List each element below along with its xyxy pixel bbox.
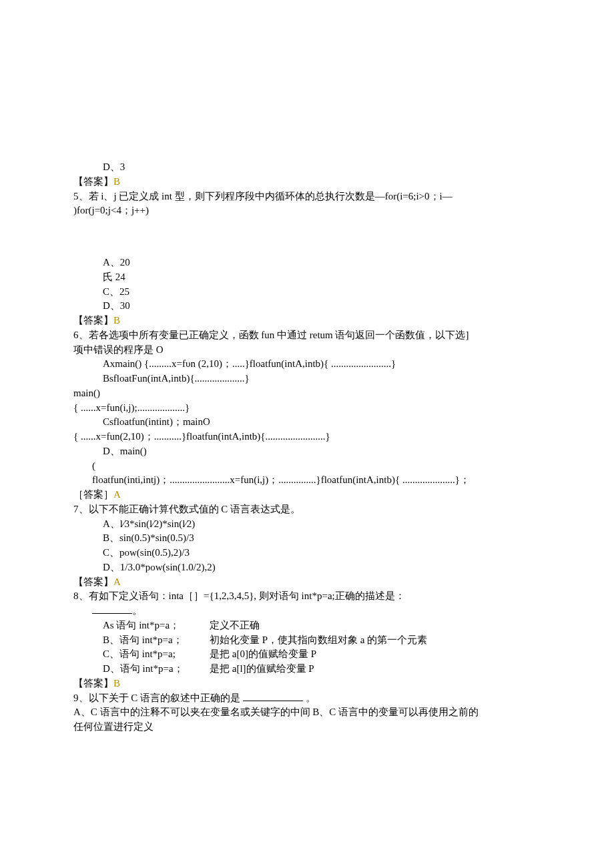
q6-stem-line1: 6、若各选项中所有变量已正确定义，函数 fun 中通过 retum 语句返回一个… (73, 328, 541, 343)
q8-stem-line1: 8、有如下定义语句：inta［］={1,2,3,4,5}, 则对语句 int*p… (73, 589, 541, 604)
q5-stem-line2: )for(j=0;j<4；j++) (73, 203, 541, 218)
q8-option-d: D、语句 int*p=a； 是把 a[l]的值赋给变量 P (73, 662, 541, 677)
q8-answer: 【答案】B (73, 677, 541, 691)
q6-option-c: Csfloatfun(intint)；mainO (73, 415, 541, 430)
q5-option-d: D、30 (73, 299, 541, 314)
q7-option-c: C、pow(sin(0.5),2)/3 (73, 546, 541, 560)
answer-letter: B (113, 176, 120, 187)
q5-option-c: C、25 (73, 285, 541, 300)
fill-blank (92, 604, 132, 614)
answer-letter: B (113, 678, 120, 689)
q8-stem-tail: 。 (132, 605, 142, 616)
q8-c-col2: 是把 a[0]的值赋给变量 P (210, 647, 316, 662)
q8-option-c: C、语句 int*p=a; 是把 a[0]的值赋给变量 P (73, 647, 541, 662)
q9-line2: A、C 语言中的注释不可以夹在变量名或关键字的中间 B、C 语言中的变量可以再使… (73, 705, 541, 720)
answer-label: 【答案】 (73, 678, 113, 689)
answer-label: 【答案】 (73, 176, 113, 187)
answer-label: ［答案］ (73, 489, 113, 500)
fill-blank (243, 691, 303, 701)
q7-option-a: A、l⁄3*sin(l⁄2)*sin(l⁄2) (73, 517, 541, 532)
document-page: D、3 【答案】B 5、若 i、j 已定义成 int 型，则下列程序段中内循环体… (0, 0, 614, 868)
q6-stem-line2: 项中错误的程序是 O (73, 343, 541, 358)
q6-option-b: BsfloatFun(intA,intb){..................… (73, 372, 541, 386)
q7-option-d: D、1/3.0*pow(sin(1.0/2),2) (73, 560, 541, 575)
q5-stem-line1: 5、若 i、j 已定义成 int 型，则下列程序段中内循环体的总执行次数是—fo… (73, 189, 541, 204)
q8-c-col1: C、语句 int*p=a; (103, 647, 210, 662)
q6-option-d-body: floatfun(inti,intj)；....................… (73, 473, 541, 488)
q8-b-col1: B、语句 int*p=a； (103, 633, 210, 648)
answer-letter: B (113, 315, 120, 326)
answer-letter: A (113, 576, 121, 587)
q8-a-col2: 定义不正确 (210, 618, 260, 633)
q8-option-b: B、语句 int*p=a； 初始化变量 P，使其指向数组对象 a 的第一个元素 (73, 633, 541, 648)
answer-label: 【答案】 (73, 576, 113, 587)
answer-letter: A (113, 489, 121, 500)
q6-main1-body: { ......x=fun(i,j);...................} (73, 401, 541, 416)
q6-option-c-body: { ......x=fun(2,10)；...........}floatfun… (73, 430, 541, 444)
q6-option-d: D、main() (73, 444, 541, 459)
q8-a-col1: As 语句 int*p=a； (103, 618, 210, 633)
q9-stem-line1: 9、以下关于 C 语言的叙述中正确的是 。 (73, 691, 541, 706)
q9-stem-tail: 。 (306, 693, 316, 703)
q5-option-a: A、20 (73, 256, 541, 270)
q5-answer: 【答案】B (73, 314, 541, 328)
q6-open-brace: ( (73, 459, 541, 474)
q8-b-col2: 初始化变量 P，使其指向数组对象 a 的第一个元素 (210, 633, 427, 648)
q4-option-d: D、3 (73, 160, 541, 175)
q5-option-b: 氏 24 (73, 270, 541, 285)
q7-answer: 【答案】A (73, 575, 541, 590)
q6-main1: main() (73, 386, 541, 401)
q8-option-a: As 语句 int*p=a； 定义不正确 (73, 618, 541, 633)
q6-option-a: Axmain() {.........x=fυn (2,10)；.....}fl… (73, 357, 541, 372)
q7-stem: 7、以下不能正确计算代数式值的 C 语言表达式是。 (73, 502, 541, 517)
q7-option-b: B、sin(0.5)*sin(0.5)/3 (73, 531, 541, 546)
q6-answer: ［答案］A (73, 488, 541, 502)
q8-stem-line2: 。 (73, 604, 541, 618)
q9-stem-text: 9、以下关于 C 语言的叙述中正确的是 (73, 693, 240, 703)
answer-label: 【答案】 (73, 315, 113, 326)
q8-d-col2: 是把 a[l]的值赋给变量 P (210, 662, 314, 677)
q9-line3: 任何位置进行定义 (73, 720, 541, 735)
q8-d-col1: D、语句 int*p=a； (103, 662, 210, 677)
q4-answer: 【答案】B (73, 175, 541, 189)
